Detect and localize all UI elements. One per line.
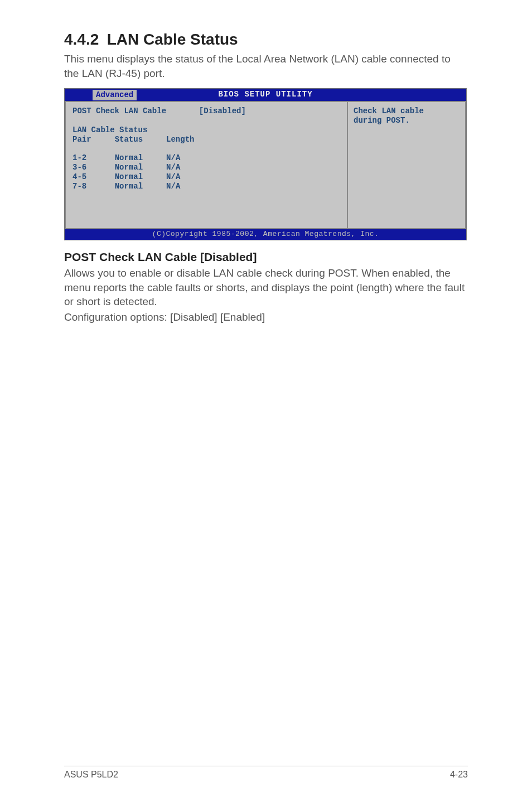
bios-section-label: LAN Cable Status (72, 125, 340, 135)
bios-post-check-value: [Disabled] (199, 107, 246, 115)
table-row: 7-8 Normal N/A (72, 182, 340, 191)
bios-help-panel: Check LAN cable during POST. (347, 101, 466, 229)
bios-title: BIOS SETUP UTILITY (218, 90, 312, 99)
section-title: LAN Cable Status (107, 31, 238, 48)
bios-main-panel: POST Check LAN Cable [Disabled] LAN Cabl… (65, 101, 347, 229)
intro-paragraph: This menu displays the status of the Loc… (64, 52, 468, 80)
table-row: 1-2 Normal N/A (72, 153, 340, 163)
bios-post-check-row: POST Check LAN Cable [Disabled] (72, 107, 340, 116)
footer-left: ASUS P5LD2 (64, 770, 118, 780)
bios-titlebar: Advanced BIOS SETUP UTILITY (65, 89, 466, 101)
bios-copyright: (C)Copyright 1985-2002, American Megatre… (65, 229, 466, 240)
bios-tab-advanced: Advanced (93, 90, 137, 100)
bios-post-check-label: POST Check LAN Cable (72, 107, 166, 115)
bios-help-line1: Check LAN cable (354, 107, 460, 116)
footer-right: 4-23 (450, 770, 468, 780)
bios-table-header: Pair Status Length (72, 135, 340, 144)
config-options: Configuration options: [Disabled] [Enabl… (64, 310, 468, 325)
subsection-heading: POST Check LAN Cable [Disabled] (64, 250, 468, 264)
table-row: 4-5 Normal N/A (72, 172, 340, 182)
table-row: 3-6 Normal N/A (72, 163, 340, 172)
bios-help-line2: during POST. (354, 116, 460, 125)
section-number: 4.4.2 (64, 31, 99, 48)
bios-screenshot: Advanced BIOS SETUP UTILITY POST Check L… (64, 88, 467, 240)
section-heading: 4.4.2 LAN Cable Status (64, 31, 468, 49)
page-footer: ASUS P5LD2 4-23 (64, 766, 468, 780)
description-paragraph: Allows you to enable or disable LAN cabl… (64, 266, 468, 309)
